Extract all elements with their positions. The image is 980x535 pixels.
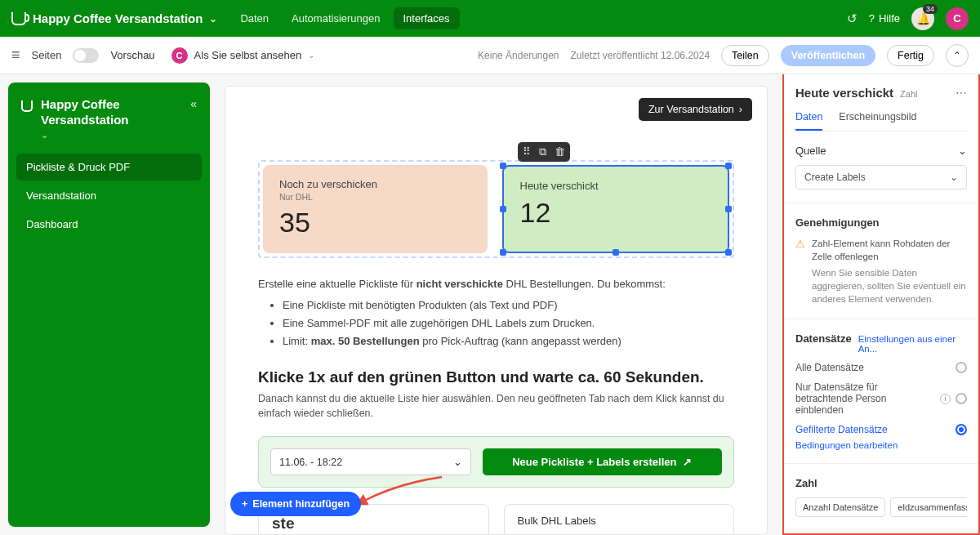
records-link[interactable]: Einstellungen aus einer An...	[858, 334, 967, 354]
warning-title: Zahl-Element kann Rohdaten der Zelle off…	[812, 237, 967, 263]
app-name: Happy Coffee Versandstation	[33, 11, 203, 25]
chevron-down-icon: ⌄	[958, 145, 967, 157]
number-heading: Zahl	[795, 477, 967, 489]
card-label: Noch zu verschicken	[279, 178, 471, 190]
sidebar-collapse-button[interactable]: «	[190, 97, 197, 110]
coffee-cup-icon	[21, 100, 33, 112]
chevron-down-icon: ⌄	[950, 172, 958, 183]
pages-button[interactable]: Seiten	[32, 49, 62, 61]
page-sidebar: Happy Coffee Versandstation ⌄ « Picklist…	[8, 82, 210, 527]
picklist-select[interactable]: 11.06. - 18:22 ⌄	[270, 448, 471, 475]
tab-daten[interactable]: Daten	[230, 7, 278, 29]
history-icon[interactable]: ↺	[847, 11, 858, 26]
bell-icon: 🔔	[916, 12, 930, 25]
chevron-down-icon: ⌄	[308, 51, 314, 60]
hamburger-icon[interactable]: ≡	[11, 47, 20, 64]
help-label: Hilfe	[879, 12, 900, 25]
edit-conditions-link[interactable]: Bedingungen bearbeiten	[795, 440, 967, 450]
external-link-icon: ↗	[683, 456, 692, 468]
option-label: Nur Datensätze für betrachtende Person e…	[795, 381, 934, 416]
help-icon: ?	[869, 12, 875, 25]
approvals-heading: Genehmigungen	[795, 216, 967, 229]
view-as-label: Als Sie selbst ansehen	[194, 49, 302, 61]
list-item: Eine Sammel-PDF mit alle zugehörigen DHL…	[283, 315, 734, 332]
option-label: Alle Datensätze	[795, 362, 864, 373]
list-item: Eine Pickliste mit benötigten Produkten …	[283, 297, 734, 314]
share-button[interactable]: Teilen	[721, 45, 769, 66]
sidebar-item-dashboard[interactable]: Dashboard	[16, 211, 202, 238]
element-type: Zahl	[900, 89, 917, 99]
duplicate-icon[interactable]: ⧉	[539, 145, 546, 158]
summary-option[interactable]: eldzusammenfassun	[890, 497, 967, 517]
tab-automatisierungen[interactable]: Automatisierungen	[282, 7, 390, 29]
card-noch-verschicken[interactable]: Noch zu verschicken Nur DHL 35	[263, 165, 488, 253]
chevron-right-icon: ›	[739, 104, 742, 115]
lower-card-bulk-labels[interactable]: Bulk DHL Labels DHL PAKET MUSTER	[504, 504, 735, 535]
warning-icon: ⚠	[795, 237, 805, 305]
chevron-down-icon: ⌄	[209, 13, 217, 25]
info-icon[interactable]: i	[940, 394, 951, 404]
select-value: 11.06. - 18:22	[279, 457, 342, 468]
more-menu-icon[interactable]: ⋯	[956, 87, 967, 100]
card-title: Bulk DHL Labels	[518, 515, 721, 527]
no-changes-text: Keine Änderungen	[478, 50, 559, 61]
notifications-button[interactable]: 🔔 34	[911, 7, 934, 30]
tab-data[interactable]: Daten	[795, 111, 822, 131]
sidebar-title: Happy Coffee Versandstation	[41, 97, 182, 128]
radio-icon	[956, 362, 967, 373]
card-value: 12	[520, 197, 712, 229]
card-title-fragment: ste	[272, 515, 294, 532]
to-versandstation-button[interactable]: Zur Versandstation ›	[639, 98, 752, 121]
records-heading: Datensätze	[795, 332, 852, 345]
card-label: Heute verschickt	[520, 180, 712, 192]
count-option[interactable]: Anzahl Datensätze	[795, 497, 885, 517]
publish-button[interactable]: Veröffentlichen	[781, 45, 875, 66]
preview-toggle[interactable]	[73, 48, 99, 63]
select-value: Create Labels	[804, 172, 866, 183]
instruction-heading: Klicke 1x auf den grünen Button und wart…	[258, 368, 734, 386]
tab-appearance[interactable]: Erscheinungsbild	[839, 111, 916, 131]
plus-icon: +	[242, 498, 247, 510]
inspector-title: Heute verschickt	[795, 86, 893, 100]
last-published-text: Zuletzt veröffentlicht 12.06.2024	[571, 50, 710, 61]
view-as-avatar: C	[172, 47, 188, 64]
notifications-badge: 34	[923, 4, 938, 14]
add-element-button[interactable]: + Element hinzufügen	[230, 492, 361, 516]
collapse-up-button[interactable]: ⌃	[946, 44, 969, 67]
sidebar-item-pickliste[interactable]: Pickliste & Druck PDF	[16, 154, 202, 181]
card-value: 35	[279, 207, 471, 239]
card-sublabel: Nur DHL	[279, 192, 471, 202]
help-link[interactable]: ? Hilfe	[869, 12, 900, 25]
chevron-down-icon: ⌄	[453, 456, 462, 468]
section-label: Quelle	[795, 145, 826, 157]
app-brand[interactable]: Happy Coffee Versandstation ⌄	[11, 11, 217, 25]
coffee-cup-icon	[11, 12, 26, 25]
delete-icon[interactable]: 🗑	[555, 145, 565, 158]
stats-row: Noch zu verschicken Nur DHL 35 Heute ver…	[258, 160, 734, 258]
chevron-down-icon[interactable]: ⌄	[41, 130, 48, 140]
warning-body: Wenn Sie sensible Daten aggregieren, sol…	[812, 266, 967, 305]
preview-label: Vorschau	[110, 49, 154, 61]
button-label: Zur Versandstation	[648, 104, 734, 115]
sidebar-item-versandstation[interactable]: Versandstation	[16, 182, 202, 209]
tab-interfaces[interactable]: Interfaces	[394, 7, 460, 29]
view-as-menu[interactable]: C Als Sie selbst ansehen ⌄	[172, 47, 315, 64]
button-label: Neue Pickliste + Labels erstellen	[512, 456, 676, 468]
records-option-filtered[interactable]: Gefilterte Datensätze	[795, 424, 967, 435]
drag-handle-icon[interactable]: ⠿	[523, 145, 531, 158]
records-option-all[interactable]: Alle Datensätze	[795, 362, 967, 373]
radio-icon	[956, 393, 967, 404]
create-picklist-button[interactable]: Neue Pickliste + Labels erstellen ↗	[483, 448, 722, 475]
inspector-panel: Heute verschickt Zahl ⋯ Daten Erscheinun…	[782, 74, 980, 535]
source-section[interactable]: Quelle ⌄	[795, 145, 967, 157]
selection-toolbar: ⠿ ⧉ 🗑	[518, 142, 570, 162]
action-panel: 11.06. - 18:22 ⌄ Neue Pickliste + Labels…	[258, 436, 734, 488]
instruction-sub: Danach kannst du die aktuelle Liste hier…	[258, 391, 734, 422]
records-option-viewer[interactable]: Nur Datensätze für betrachtende Person e…	[795, 381, 967, 416]
option-label: Gefilterte Datensätze	[795, 424, 888, 435]
done-button[interactable]: Fertig	[887, 45, 934, 66]
source-select[interactable]: Create Labels ⌄	[795, 165, 967, 189]
list-item: Limit: max. 50 Bestellungen pro Pick-Auf…	[283, 333, 734, 350]
user-avatar[interactable]: C	[946, 7, 969, 30]
card-heute-verschickt[interactable]: Heute verschickt 12	[502, 165, 730, 253]
